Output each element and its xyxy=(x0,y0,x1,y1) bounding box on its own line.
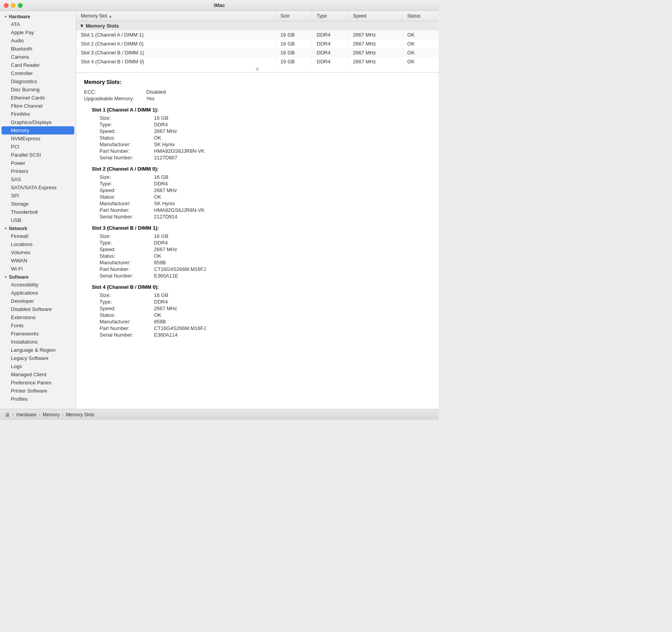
slot-title-2: Slot 3 (Channel B / DIMM 1): xyxy=(84,225,431,231)
minimize-button[interactable] xyxy=(11,3,16,8)
slot-field-key: Speed: xyxy=(100,306,154,311)
sidebar-item-ethernet-cards[interactable]: Ethernet Cards xyxy=(2,94,74,102)
slot-field-value: SK Hynix xyxy=(154,201,175,206)
sidebar-item-power[interactable]: Power xyxy=(2,159,74,167)
sidebar-item-accessibility[interactable]: Accessibility xyxy=(2,281,74,289)
cell-slot: Slot 4 (Channel B / DIMM 0) xyxy=(76,57,276,66)
col-header-status[interactable]: Status xyxy=(402,11,439,21)
sidebar-item-memory[interactable]: Memory xyxy=(2,126,74,134)
sidebar-item-developer[interactable]: Developer xyxy=(2,297,74,305)
slot-field-value: DDR4 xyxy=(154,181,168,187)
cell-size: 16 GB xyxy=(276,39,312,48)
slot-field-value: CT16G4S266M.M16FJ xyxy=(154,325,206,331)
sidebar-item-language---region[interactable]: Language & Region xyxy=(2,346,74,354)
window-controls[interactable] xyxy=(4,3,23,8)
slot-field-row: Size: 16 GB xyxy=(84,174,431,180)
cell-status: OK xyxy=(402,39,439,48)
slot-field-row: Part Number: CT16G4S266M.M16FJ xyxy=(84,266,431,272)
table-row[interactable]: Slot 1 (Channel A / DIMM 1) 16 GB DDR4 2… xyxy=(76,30,439,39)
col-header-type[interactable]: Type xyxy=(312,11,348,21)
main-layout: ▼ Hardware ATAApple PayAudioBluetoothCam… xyxy=(0,11,439,409)
slot-field-value: 2667 MHz xyxy=(154,128,177,134)
cell-size: 16 GB xyxy=(276,30,312,39)
sidebar-item-frameworks[interactable]: Frameworks xyxy=(2,330,74,338)
sidebar-item-graphics-displays[interactable]: Graphics/Displays xyxy=(2,118,74,126)
sidebar-item-apple-pay[interactable]: Apple Pay xyxy=(2,28,74,37)
sidebar-item-preference-panes[interactable]: Preference Panes xyxy=(2,379,74,387)
sidebar-item-controller[interactable]: Controller xyxy=(2,69,74,77)
hardware-items-list: ATAApple PayAudioBluetoothCameraCard Rea… xyxy=(0,20,76,224)
sidebar-item-profiles[interactable]: Profiles xyxy=(2,395,74,403)
table-row[interactable]: Slot 3 (Channel B / DIMM 1) 16 GB DDR4 2… xyxy=(76,48,439,57)
sidebar-section-network[interactable]: ▼ Network xyxy=(0,224,76,232)
sidebar-item-firewall[interactable]: Firewall xyxy=(2,232,74,240)
sidebar-item-nvmexpress[interactable]: NVMExpress xyxy=(2,134,74,143)
content-panel: Memory Slot ▲ Size Type Speed Status ▼ M… xyxy=(76,11,439,409)
sidebar-section-hardware[interactable]: ▼ Hardware xyxy=(0,12,76,20)
sidebar-item-wwan[interactable]: WWAN xyxy=(2,257,74,265)
sidebar-item-extensions[interactable]: Extensions xyxy=(2,313,74,321)
sidebar-item-card-reader[interactable]: Card Reader xyxy=(2,61,74,69)
sidebar-item-audio[interactable]: Audio xyxy=(2,37,74,45)
sidebar-item-legacy-software[interactable]: Legacy Software xyxy=(2,354,74,362)
slot-field-row: Manufacturer: 859B xyxy=(84,319,431,325)
slot-field-key: Size: xyxy=(100,233,154,239)
col-header-size[interactable]: Size xyxy=(276,11,312,21)
sidebar-item-disabled-software[interactable]: Disabled Software xyxy=(2,305,74,313)
sidebar-item-thunderbolt[interactable]: Thunderbolt xyxy=(2,208,74,216)
sidebar-item-ata[interactable]: ATA xyxy=(2,20,74,28)
sidebar-item-applications[interactable]: Applications xyxy=(2,289,74,297)
sidebar-section-software[interactable]: ▼ Software xyxy=(0,273,76,281)
slot-field-row: Serial Number: E360A11E xyxy=(84,273,431,279)
col-header-speed[interactable]: Speed xyxy=(348,11,402,21)
slot-field-key: Type: xyxy=(100,181,154,187)
sidebar-item-sata-sata-express[interactable]: SATA/SATA Express xyxy=(2,183,74,192)
slot-field-value: DDR4 xyxy=(154,122,168,127)
slot-field-value: 16 GB xyxy=(154,115,168,121)
software-items-list: AccessibilityApplicationsDeveloperDisabl… xyxy=(0,281,76,403)
maximize-button[interactable] xyxy=(18,3,23,8)
slot-field-key: Status: xyxy=(100,312,154,318)
sidebar-item-locations[interactable]: Locations xyxy=(2,240,74,248)
title-bar: iMac xyxy=(0,0,439,11)
sidebar-item-pci[interactable]: PCI xyxy=(2,143,74,151)
table-row[interactable]: Slot 4 (Channel B / DIMM 0) 16 GB DDR4 2… xyxy=(76,57,439,66)
sidebar-item-diagnostics[interactable]: Diagnostics xyxy=(2,77,74,86)
sidebar-item-printer-software[interactable]: Printer Software xyxy=(2,387,74,395)
slot-field-value: 16 GB xyxy=(154,292,168,298)
sidebar-item-bluetooth[interactable]: Bluetooth xyxy=(2,45,74,53)
sidebar-item-camera[interactable]: Camera xyxy=(2,53,74,61)
table-row[interactable]: Slot 2 (Channel A / DIMM 0) 16 GB DDR4 2… xyxy=(76,39,439,48)
sidebar-item-printers[interactable]: Printers xyxy=(2,167,74,175)
slot-field-key: Manufacturer: xyxy=(100,201,154,206)
sidebar-item-usb[interactable]: USB xyxy=(2,216,74,224)
sidebar-item-installations[interactable]: Installations xyxy=(2,338,74,346)
sidebar-item-sas[interactable]: SAS xyxy=(2,175,74,183)
sidebar-item-logs[interactable]: Logs xyxy=(2,362,74,370)
table-group-row: ▼ Memory Slots xyxy=(76,21,439,31)
slot-field-value: DDR4 xyxy=(154,299,168,305)
network-label: Network xyxy=(9,226,27,231)
slot-field-value: SK Hynix xyxy=(154,141,175,147)
breadcrumb-sep-2: › xyxy=(39,412,40,417)
sidebar-item-wi-fi[interactable]: Wi-Fi xyxy=(2,265,74,273)
sidebar-item-managed-client[interactable]: Managed Client xyxy=(2,370,74,379)
sidebar-item-disc-burning[interactable]: Disc Burning xyxy=(2,86,74,94)
sidebar-item-parallel-scsi[interactable]: Parallel SCSI xyxy=(2,151,74,159)
slot-field-key: Serial Number: xyxy=(100,214,154,220)
slot-field-row: Type: DDR4 xyxy=(84,299,431,305)
slot-field-key: Part Number: xyxy=(100,148,154,154)
scroll-indicator xyxy=(76,66,439,72)
sidebar-item-fibre-channel[interactable]: Fibre Channel xyxy=(2,102,74,110)
col-header-memory-slot[interactable]: Memory Slot ▲ xyxy=(76,11,276,21)
slot-field-row: Manufacturer: SK Hynix xyxy=(84,141,431,147)
sidebar-item-volumes[interactable]: Volumes xyxy=(2,248,74,257)
table-body: ▼ Memory Slots Slot 1 (Channel A / DIMM … xyxy=(76,21,439,66)
slot-field-key: Serial Number: xyxy=(100,273,154,279)
sidebar-item-fonts[interactable]: Fonts xyxy=(2,321,74,330)
sidebar-item-firewire[interactable]: FireWire xyxy=(2,110,74,118)
sidebar-item-spi[interactable]: SPI xyxy=(2,192,74,200)
sidebar-item-storage[interactable]: Storage xyxy=(2,200,74,208)
close-button[interactable] xyxy=(4,3,9,8)
detail-area[interactable]: Memory Slots: ECC: Disabled Upgradeable … xyxy=(76,73,439,409)
